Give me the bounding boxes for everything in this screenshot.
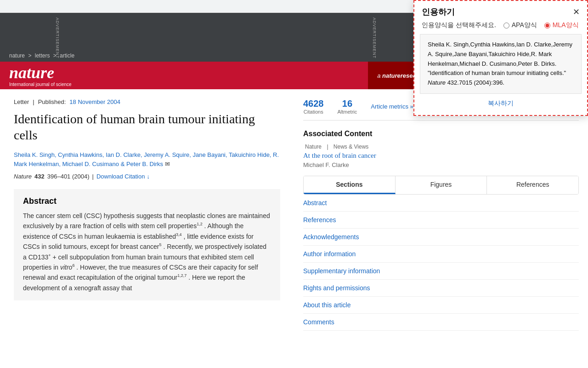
article-meta: Letter | Published: 18 November 2004 [14,98,280,105]
popup-options: 인용양식을 선택해주세요. APA양식 MLA양식 [414,21,587,34]
ref-5: 5 [159,243,161,247]
popup-footer: 복사하기 [414,94,587,115]
apa-radio[interactable] [503,23,509,29]
article-right-col: 4628 Citations 16 Altmetric Article metr… [294,89,588,340]
breadcrumb-text: nature > letters > article [9,52,74,59]
main-content: Letter | Published: 18 November 2004 Ide… [0,89,588,340]
breadcrumb-nature[interactable]: nature [9,52,25,59]
citation-journal: Nature [14,173,32,180]
popup-title: 인용하기 [422,6,455,17]
altmetric-metric: 16 Altmetric [338,98,357,115]
associated-content: Associated Content Nature | News & Views… [303,130,579,168]
citation-journal-italic: Nature [428,79,446,86]
content-type-label: Nature | News & Views [303,144,579,150]
authors: Sheila K. Singh, Cynthia Hawkins, Ian D.… [14,150,280,168]
tabs: Sections Figures References [303,176,579,195]
associated-content-title: Associated Content [303,130,579,138]
ad-label-left: ADVERTISEMENT [55,17,60,58]
section-references[interactable]: References [303,212,579,229]
section-supplementary-information[interactable]: Supplementary information [303,263,579,280]
popup-subtitle: 인용양식을 선택해주세요. [422,21,496,29]
breadcrumb-letters[interactable]: letters [35,52,50,59]
abstract-text: The cancer stem cell (CSC) hypothesis su… [23,211,271,293]
article-citation: Nature 432 396–401 (2004) | Download Cit… [14,173,280,180]
ref-1-2-7: 1,2,7 [177,274,187,278]
citation-popup: 인용하기 ✕ 인용양식을 선택해주세요. APA양식 MLA양식 Sheila … [413,0,588,116]
section-about-this-article[interactable]: About this article [303,297,579,314]
tabs-container: Sections Figures References [303,176,579,195]
tab-sections[interactable]: Sections [304,176,396,194]
apa-option[interactable]: APA양식 [503,21,537,29]
citations-metric: 4628 Citations [303,98,324,115]
article-type: Letter [14,98,29,105]
published-label: Published: [38,98,66,105]
associated-article-author: Michael F. Clarke [303,161,579,168]
ref-3-4: 3,4 [176,232,182,237]
section-author-information[interactable]: Author information [303,246,579,263]
mla-option[interactable]: MLA양식 [544,21,579,29]
altmetric-label: Altmetric [338,109,357,115]
section-list: Abstract References Acknowledgements Aut… [303,195,579,331]
email-icon: ✉ [165,161,170,167]
nature-subtitle: International journal of science [9,82,248,87]
abstract-title: Abstract [23,196,271,206]
popup-citation-content: Sheila K. Singh,Cynthia Hawkins,Ian D. C… [420,34,582,94]
abstract-section: Abstract The cancer stem cell (CSC) hypo… [14,189,280,300]
section-comments[interactable]: Comments [303,314,579,331]
copy-button[interactable]: 복사하기 [488,99,514,108]
article-title: Identification of human brain tumour ini… [14,111,280,143]
nature-logo[interactable]: nature [9,64,248,81]
popup-close-button[interactable]: ✕ [573,7,580,17]
tab-references[interactable]: References [487,176,578,194]
ref-1-2: 1,2 [197,222,203,227]
section-rights-and-permissions[interactable]: Rights and permissions [303,280,579,297]
citation-pages: 396–401 (2004) [47,173,90,180]
citations-value: 4628 [303,98,324,109]
logo-area: nature International journal of science [0,62,257,89]
published-date: 18 November 2004 [69,98,120,105]
section-acknowledgements[interactable]: Acknowledgements [303,229,579,246]
associated-article-title[interactable]: At the root of brain cancer [303,152,579,160]
citation-authors-part: Sheila K. Singh,Cynthia Hawkins,Ian D. C… [428,41,572,76]
mla-radio[interactable] [544,23,550,29]
altmetric-value: 16 [338,98,357,109]
tab-figures[interactable]: Figures [396,176,487,194]
citations-label: Citations [303,109,324,115]
ref-6: 6 [72,263,74,268]
download-icon: ↓ [147,173,150,180]
section-abstract[interactable]: Abstract [303,195,579,212]
ad-label-right: ADVERTISEMENT [372,17,377,58]
authors-text: Sheila K. Singh, Cynthia Hawkins, Ian D.… [14,151,279,167]
citation-vol: 432 [34,173,45,180]
article-left-col: Letter | Published: 18 November 2004 Ide… [0,89,294,340]
citation-rest: 432.7015 (2004):396. [446,79,504,86]
article-metrics-link[interactable]: Article metrics » [371,103,413,110]
popup-header: 인용하기 ✕ [414,1,587,21]
breadcrumb-article[interactable]: article [60,52,74,59]
download-citation-link[interactable]: Download Citation ↓ [96,173,150,180]
download-citation-label: Download Citation [96,173,145,180]
